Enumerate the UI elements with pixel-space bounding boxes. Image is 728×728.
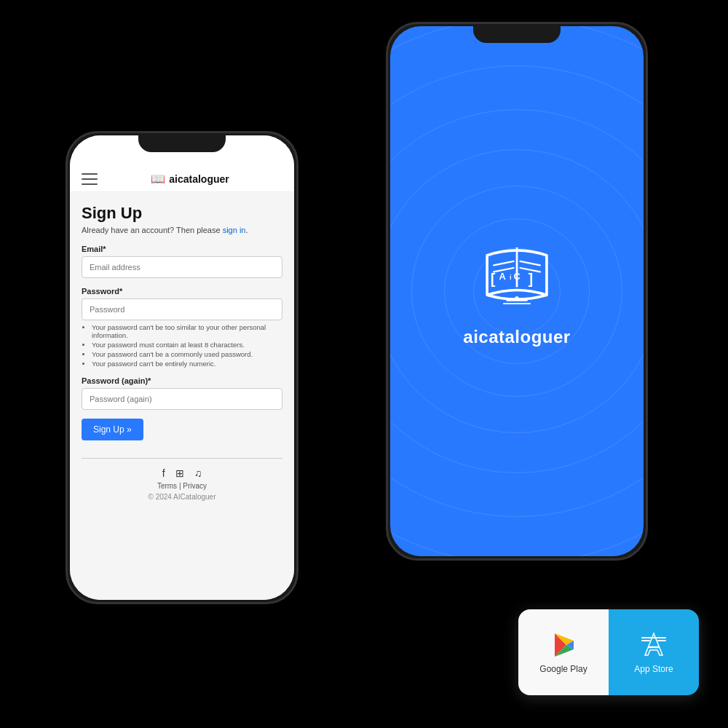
password-hints: Your password can't be too similar to yo… <box>82 323 282 368</box>
brand-logo: 📖 aicataloguer <box>151 172 229 186</box>
google-play-badge[interactable]: Google Play <box>518 609 609 695</box>
right-phone: [ A i C ] aicataloguer <box>386 22 648 561</box>
footer-links: Terms | Privacy <box>82 482 282 490</box>
svg-text:[: [ <box>491 271 496 287</box>
signup-subtitle: Already have an account? Then please sig… <box>82 226 282 234</box>
footer-copyright: © 2024 AICataloguer <box>82 493 282 501</box>
signin-link[interactable]: sign in <box>223 226 246 234</box>
splash-app-name: aicataloguer <box>463 327 570 347</box>
app-store-icon <box>639 630 668 660</box>
right-phone-screen: [ A i C ] aicataloguer <box>390 26 644 556</box>
brand-book-icon: 📖 <box>151 172 165 186</box>
signup-title: Sign Up <box>82 204 282 223</box>
email-label: Email* <box>82 245 282 253</box>
google-play-label: Google Play <box>539 664 587 674</box>
right-phone-notch <box>473 24 561 43</box>
svg-text:C: C <box>513 271 520 282</box>
password-again-label: Password (again)* <box>82 376 282 385</box>
splash-logo: [ A i C ] <box>470 235 564 315</box>
svg-text:A: A <box>499 271 505 282</box>
signup-button[interactable]: Sign Up » <box>82 419 143 440</box>
left-phone: 📖 aicataloguer Sign Up Already have an a… <box>66 131 298 604</box>
privacy-link[interactable]: Privacy <box>183 482 207 490</box>
hint-1: Your password can't be too similar to yo… <box>92 323 282 339</box>
password-label: Password* <box>82 287 282 296</box>
splash-screen: [ A i C ] aicataloguer <box>390 26 644 556</box>
book-svg-icon: [ A i C ] <box>473 239 561 312</box>
password-again-input[interactable] <box>82 388 282 410</box>
password-input[interactable] <box>82 298 282 320</box>
facebook-icon[interactable]: f <box>162 467 165 479</box>
tiktok-icon[interactable]: ♫ <box>194 467 202 479</box>
terms-link[interactable]: Terms <box>157 482 177 490</box>
svg-text:]: ] <box>528 271 533 287</box>
signup-content: Sign Up Already have an account? Then pl… <box>70 192 294 600</box>
left-phone-screen: 📖 aicataloguer Sign Up Already have an a… <box>70 135 294 600</box>
brand-name: aicataloguer <box>169 173 229 185</box>
app-store-badge[interactable]: App Store <box>609 609 699 695</box>
menu-icon[interactable] <box>82 173 98 185</box>
hint-3: Your password can't be a commonly used p… <box>92 350 282 358</box>
badges-container: Google Play App Store <box>518 609 699 695</box>
signup-screen: 📖 aicataloguer Sign Up Already have an a… <box>70 135 294 600</box>
hint-2: Your password must contain at least 8 ch… <box>92 341 282 349</box>
email-input[interactable] <box>82 256 282 278</box>
left-phone-notch <box>138 133 226 152</box>
google-play-icon <box>549 630 578 660</box>
footer-social: f ⊞ ♫ <box>82 467 282 479</box>
svg-text:i: i <box>510 274 512 281</box>
instagram-icon[interactable]: ⊞ <box>175 467 184 479</box>
splash-content: [ A i C ] aicataloguer <box>463 235 570 347</box>
app-store-label: App Store <box>634 664 673 674</box>
hint-4: Your password can't be entirely numeric. <box>92 360 282 368</box>
divider <box>82 458 282 459</box>
